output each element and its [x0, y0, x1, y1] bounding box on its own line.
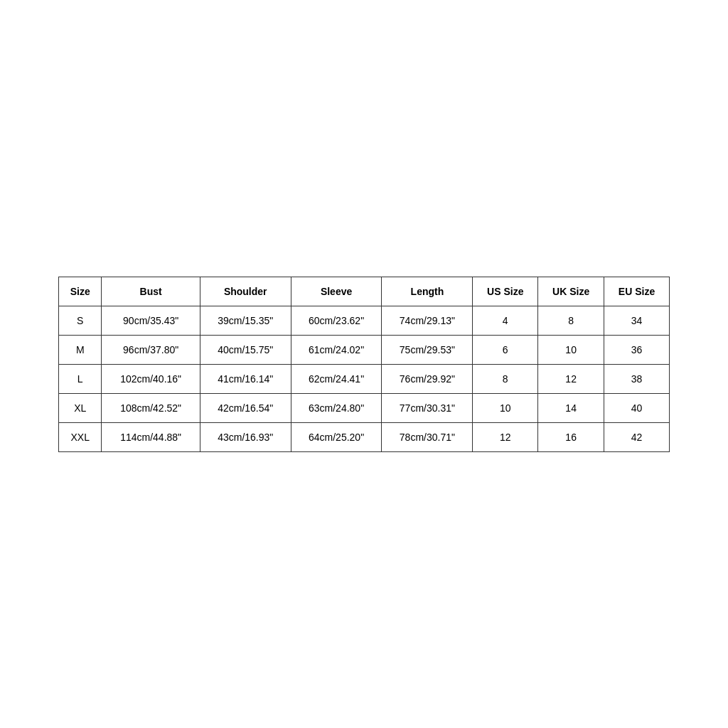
cell-uk-size: 12	[538, 364, 604, 393]
cell-size: XL	[59, 393, 102, 422]
table-row: XXL114cm/44.88"43cm/16.93"64cm/25.20"78c…	[59, 422, 670, 451]
size-chart-table: Size Bust Shoulder Sleeve Length US Size…	[58, 277, 670, 452]
cell-size: XXL	[59, 422, 102, 451]
cell-uk-size: 16	[538, 422, 604, 451]
cell-bust: 114cm/44.88"	[102, 422, 200, 451]
col-header-size: Size	[59, 277, 102, 306]
cell-us-size: 6	[473, 335, 538, 364]
size-chart-container: Size Bust Shoulder Sleeve Length US Size…	[58, 277, 670, 452]
cell-us-size: 8	[473, 364, 538, 393]
cell-shoulder: 41cm/16.14"	[200, 364, 291, 393]
col-header-us-size: US Size	[473, 277, 538, 306]
cell-shoulder: 43cm/16.93"	[200, 422, 291, 451]
cell-size: S	[59, 306, 102, 335]
cell-length: 77cm/30.31"	[382, 393, 473, 422]
cell-eu-size: 40	[604, 393, 670, 422]
cell-length: 74cm/29.13"	[382, 306, 473, 335]
cell-shoulder: 42cm/16.54"	[200, 393, 291, 422]
col-header-length: Length	[382, 277, 473, 306]
cell-us-size: 4	[473, 306, 538, 335]
cell-bust: 108cm/42.52"	[102, 393, 200, 422]
cell-bust: 102cm/40.16"	[102, 364, 200, 393]
col-header-shoulder: Shoulder	[200, 277, 291, 306]
cell-shoulder: 39cm/15.35"	[200, 306, 291, 335]
table-row: M96cm/37.80"40cm/15.75"61cm/24.02"75cm/2…	[59, 335, 670, 364]
cell-sleeve: 61cm/24.02"	[291, 335, 382, 364]
cell-sleeve: 60cm/23.62"	[291, 306, 382, 335]
table-row: L102cm/40.16"41cm/16.14"62cm/24.41"76cm/…	[59, 364, 670, 393]
cell-eu-size: 42	[604, 422, 670, 451]
cell-eu-size: 36	[604, 335, 670, 364]
cell-us-size: 10	[473, 393, 538, 422]
cell-size: M	[59, 335, 102, 364]
cell-length: 75cm/29.53"	[382, 335, 473, 364]
cell-sleeve: 63cm/24.80"	[291, 393, 382, 422]
table-row: XL108cm/42.52"42cm/16.54"63cm/24.80"77cm…	[59, 393, 670, 422]
cell-sleeve: 64cm/25.20"	[291, 422, 382, 451]
cell-size: L	[59, 364, 102, 393]
col-header-sleeve: Sleeve	[291, 277, 382, 306]
table-row: S90cm/35.43"39cm/15.35"60cm/23.62"74cm/2…	[59, 306, 670, 335]
cell-length: 76cm/29.92"	[382, 364, 473, 393]
cell-bust: 90cm/35.43"	[102, 306, 200, 335]
cell-us-size: 12	[473, 422, 538, 451]
col-header-bust: Bust	[102, 277, 200, 306]
cell-sleeve: 62cm/24.41"	[291, 364, 382, 393]
cell-uk-size: 8	[538, 306, 604, 335]
cell-length: 78cm/30.71"	[382, 422, 473, 451]
cell-uk-size: 14	[538, 393, 604, 422]
table-header-row: Size Bust Shoulder Sleeve Length US Size…	[59, 277, 670, 306]
col-header-eu-size: EU Size	[604, 277, 670, 306]
cell-eu-size: 34	[604, 306, 670, 335]
cell-eu-size: 38	[604, 364, 670, 393]
cell-bust: 96cm/37.80"	[102, 335, 200, 364]
cell-uk-size: 10	[538, 335, 604, 364]
col-header-uk-size: UK Size	[538, 277, 604, 306]
cell-shoulder: 40cm/15.75"	[200, 335, 291, 364]
